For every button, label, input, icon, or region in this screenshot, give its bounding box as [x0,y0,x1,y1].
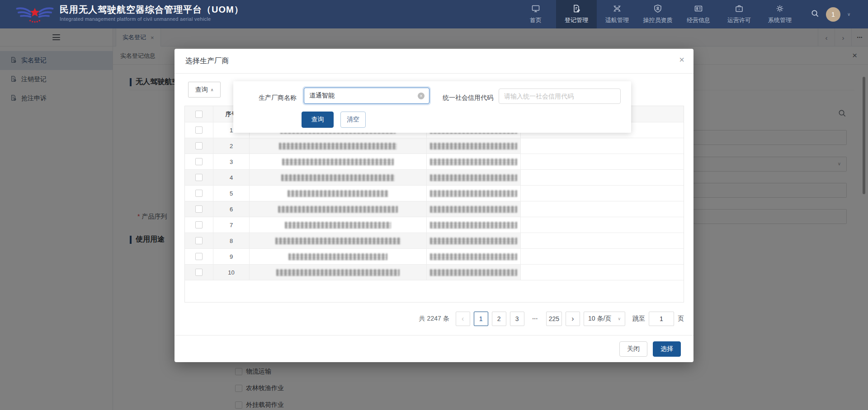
pagination: 共 2247 条 ‹ 1 2 3 ••• 225 › 10 条/页 ∨ 跳至 页 [184,312,684,326]
redacted-manufacturer-name [282,158,393,165]
redacted-credit-code [430,253,517,260]
id-card-icon [694,4,703,14]
pagination-last-page[interactable]: 225 [546,312,562,326]
row-checkbox[interactable] [195,174,203,181]
table-row[interactable]: 9 [185,249,684,265]
modal-footer: 关闭 选择 [175,335,693,362]
row-checkbox[interactable] [195,237,203,244]
clear-input-icon[interactable]: × [418,93,425,99]
table-row[interactable]: 8 [185,233,684,249]
nav-item-home[interactable]: 首页 [515,0,556,28]
drone-icon [613,4,622,14]
pagination-page-2[interactable]: 2 [492,312,506,326]
pagination-page-3[interactable]: 3 [510,312,524,326]
chevron-down-icon: ∨ [618,317,621,321]
pagination-ellipsis[interactable]: ••• [528,317,542,321]
top-nav: 首页 登记管理 适航管理 操控员资质 经营信息 运营许可 系统管理 [515,0,800,28]
credit-code-input[interactable] [499,89,621,104]
close-button[interactable]: 关闭 [619,341,647,357]
user-avatar[interactable]: 1 [826,7,840,22]
row-checkbox[interactable] [195,269,203,276]
row-checkbox[interactable] [195,190,203,197]
pagination-total: 共 2247 条 [419,315,449,323]
table-row[interactable]: 4 [185,170,684,186]
table-row[interactable]: 7 [185,217,684,233]
row-checkbox[interactable] [195,205,203,213]
nav-item-registration[interactable]: 登记管理 [556,0,597,28]
row-checkbox[interactable] [195,142,203,149]
monitor-icon [531,4,540,14]
table-row[interactable]: 10 [185,265,684,280]
redacted-manufacturer-name [279,143,397,149]
redacted-manufacturer-name [276,269,400,276]
redacted-manufacturer-name [288,190,388,197]
redacted-manufacturer-name [278,206,398,213]
redacted-credit-code [430,158,517,165]
table-row[interactable]: 3 [185,154,684,170]
table-row[interactable]: 5 [185,186,684,201]
redacted-credit-code [430,206,517,213]
row-checkbox[interactable] [195,158,203,165]
table-row[interactable]: 2 [185,138,684,154]
jump-page-input[interactable] [649,312,674,326]
redacted-manufacturer-name [281,174,394,181]
modal-close-icon[interactable]: × [679,55,684,65]
uom-logo [15,3,54,26]
briefcase-icon [735,4,744,14]
jump-label: 跳至 [632,315,645,323]
shield-person-icon [653,4,662,14]
header-right: 1 ∨ [811,0,850,28]
redacted-manufacturer-name [288,253,387,260]
manufacturer-name-label: 生产厂商名称 [247,94,297,102]
manufacturer-table: 序号 生产厂商名称 统一社会信用代码 1 2 3 4 [184,106,684,303]
query-clear-button[interactable]: 清空 [340,112,366,128]
chevron-down-icon[interactable]: ∨ [847,12,850,17]
pagination-next-button[interactable]: › [566,312,580,326]
nav-item-operation-license[interactable]: 运营许可 [719,0,760,28]
select-button[interactable]: 选择 [653,341,681,357]
select-all-checkbox[interactable] [195,111,203,118]
chevron-up-icon: ∧ [211,88,214,92]
chevron-right-icon: › [571,315,574,322]
modal-title: 选择生产厂商 [185,56,229,66]
nav-item-airworthiness[interactable]: 适航管理 [597,0,637,28]
redacted-credit-code [430,238,517,244]
pagination-page-1[interactable]: 1 [474,312,488,326]
table-row[interactable]: 6 [185,201,684,217]
redacted-credit-code [430,143,517,149]
app-subtitle: Integrated management platform of civil … [60,16,244,22]
redacted-manufacturer-name [275,238,401,244]
app-title: 民用无人驾驶航空器综合管理平台（UOM） [60,4,244,15]
redacted-manufacturer-name [285,222,391,228]
modal-header: 选择生产厂商 × [175,49,693,74]
redacted-credit-code [430,269,517,276]
search-icon[interactable] [811,9,819,19]
redacted-credit-code [430,174,517,181]
nav-item-system-management[interactable]: 系统管理 [760,0,800,28]
row-checkbox[interactable] [195,221,203,228]
row-checkbox[interactable] [195,253,203,260]
query-search-button[interactable]: 查询 [302,112,334,128]
document-edit-icon [572,4,581,14]
credit-code-label: 统一社会信用代码 [437,94,493,102]
chevron-left-icon: ‹ [462,315,464,322]
select-manufacturer-modal: 选择生产厂商 × 查询 ∧ 生产厂商名称 × 统一社会信用代码 查询 清空 序号… [175,49,693,362]
redacted-credit-code [430,190,517,197]
nav-item-business-info[interactable]: 经营信息 [678,0,719,28]
row-checkbox[interactable] [195,126,203,134]
page-size-select[interactable]: 10 条/页 ∨ [584,312,625,326]
jump-unit-label: 页 [678,315,684,323]
gear-icon [775,4,784,14]
app-header: 民用无人驾驶航空器综合管理平台（UOM） Integrated manageme… [0,0,868,28]
manufacturer-name-input[interactable] [304,88,429,104]
pagination-prev-button[interactable]: ‹ [456,312,470,326]
brand-block: 民用无人驾驶航空器综合管理平台（UOM） Integrated manageme… [60,4,244,22]
query-collapse-button[interactable]: 查询 ∧ [188,82,221,98]
redacted-credit-code [430,222,517,228]
nav-item-operator-qualification[interactable]: 操控员资质 [637,0,678,28]
